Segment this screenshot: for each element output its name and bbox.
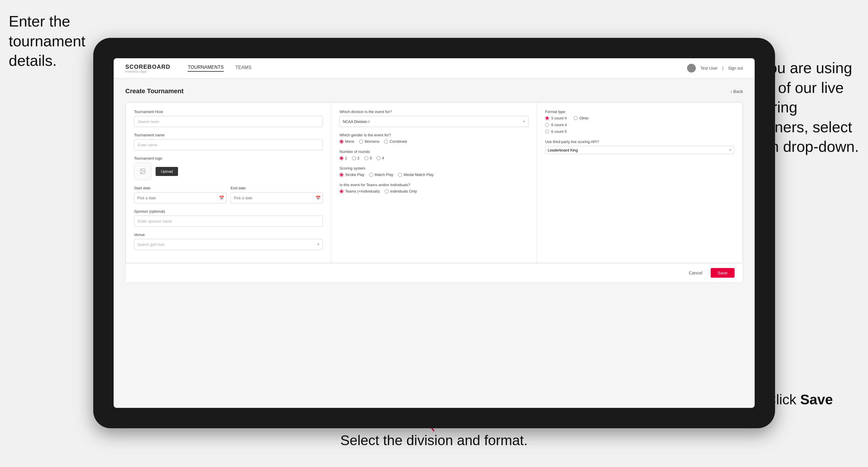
event-teams-radio[interactable] xyxy=(339,189,344,193)
tablet-device: SCOREBOARD Powered by clippit TOURNAMENT… xyxy=(93,38,775,428)
venue-select[interactable]: Search golf club xyxy=(134,239,323,250)
format-type-top-row: 5 count 4 6 count 4 6 count 5 xyxy=(545,116,734,134)
end-date-group: End date 📅 xyxy=(230,186,323,204)
gender-mens-label: Mens xyxy=(345,139,354,144)
nav-link-teams[interactable]: TEAMS xyxy=(236,65,251,71)
rounds-1-radio[interactable] xyxy=(339,156,344,160)
navbar: SCOREBOARD Powered by clippit TOURNAMENT… xyxy=(114,58,755,79)
nav-right: Test User | Sign out xyxy=(687,64,743,72)
scoring-stroke[interactable]: Stroke Play xyxy=(339,173,364,177)
scoring-match[interactable]: Match Play xyxy=(369,173,393,177)
live-scoring-clear-btn[interactable]: × xyxy=(729,148,732,153)
rounds-1[interactable]: 1 xyxy=(339,156,347,160)
scoring-stroke-radio[interactable] xyxy=(339,173,344,177)
live-scoring-value: Leaderboard King xyxy=(548,148,578,152)
format-type-group: Format type 5 count 4 6 count xyxy=(545,110,734,134)
live-scoring-chip[interactable]: Leaderboard King × xyxy=(545,146,734,154)
form-col-1: Tournament Host Tournament name Tourname… xyxy=(126,102,331,263)
start-date-input[interactable] xyxy=(134,192,226,204)
gender-mens[interactable]: Mens xyxy=(339,139,354,144)
rounds-4-radio[interactable] xyxy=(376,156,380,160)
logo-area: SCOREBOARD Powered by clippit xyxy=(125,63,170,73)
format-6count4-label: 6 count 4 xyxy=(551,123,567,127)
event-individuals[interactable]: Individuals Only xyxy=(384,189,417,193)
svg-point-9 xyxy=(141,170,142,171)
start-date-label: Start date xyxy=(134,186,226,190)
format-5count4-radio[interactable] xyxy=(545,116,549,120)
sponsor-input[interactable] xyxy=(134,216,323,227)
gender-mens-radio[interactable] xyxy=(339,139,344,144)
scoring-label: Scoring system xyxy=(339,166,528,170)
tournament-host-input[interactable] xyxy=(134,116,323,127)
format-6count4-radio[interactable] xyxy=(545,123,549,127)
rounds-group: Number of rounds 1 2 xyxy=(339,150,528,160)
scoring-medal-match-radio[interactable] xyxy=(398,173,402,177)
format-other[interactable]: Other xyxy=(574,116,589,120)
tournament-name-label: Tournament name xyxy=(134,133,323,137)
end-date-wrapper: 📅 xyxy=(230,192,323,204)
scoring-radio-group: Stroke Play Match Play Medal Match Play xyxy=(339,173,528,177)
back-link[interactable]: ‹ Back xyxy=(731,89,743,94)
gender-womens-radio[interactable] xyxy=(359,139,363,144)
format-5count4[interactable]: 5 count 4 xyxy=(545,116,567,120)
form-col-2: Which division is the event for? NCAA Di… xyxy=(331,102,537,263)
rounds-2-radio[interactable] xyxy=(352,156,356,160)
live-scoring-label: Use third-party live scoring API? xyxy=(545,139,734,144)
division-select[interactable]: NCAA Division I NCAA Division II NCAA Di… xyxy=(339,116,528,127)
gender-label: Which gender is the event for? xyxy=(339,133,528,137)
logo-upload-area: Upload xyxy=(134,162,323,180)
logo-text: SCOREBOARD xyxy=(125,63,170,70)
date-fields: Start date 📅 End date xyxy=(134,186,323,204)
form-columns: Tournament Host Tournament name Tourname… xyxy=(126,102,743,263)
format-6count5-radio[interactable] xyxy=(545,130,549,133)
scoring-medal-match[interactable]: Medal Match Play xyxy=(398,173,434,177)
format-type-label: Format type xyxy=(545,110,734,114)
tournament-name-input[interactable] xyxy=(134,139,323,150)
gender-womens[interactable]: Womens xyxy=(359,139,379,144)
gender-group: Which gender is the event for? Mens Wome… xyxy=(339,133,528,144)
format-6count4[interactable]: 6 count 4 xyxy=(545,123,567,127)
scoring-match-radio[interactable] xyxy=(369,173,373,177)
rounds-3-radio[interactable] xyxy=(364,156,368,160)
end-date-icon: 📅 xyxy=(315,195,320,200)
format-other-label: Other xyxy=(579,116,589,120)
venue-label: Venue xyxy=(134,232,323,237)
scoring-stroke-label: Stroke Play xyxy=(345,173,364,177)
venue-arrow-icon: ▼ xyxy=(316,242,320,246)
sign-out-link[interactable]: Sign out xyxy=(728,66,743,70)
rounds-2[interactable]: 2 xyxy=(352,156,360,160)
event-individuals-radio[interactable] xyxy=(384,189,389,193)
format-5count4-label: 5 count 4 xyxy=(551,116,567,120)
format-6count5[interactable]: 6 count 5 xyxy=(545,129,567,134)
end-date-label: End date xyxy=(230,186,323,190)
rounds-radio-group: 1 2 3 xyxy=(339,156,528,160)
end-date-input[interactable] xyxy=(230,192,323,204)
sponsor-label: Sponsor (optional) xyxy=(134,209,323,214)
start-date-icon: 📅 xyxy=(219,195,224,200)
nav-link-tournaments[interactable]: TOURNAMENTS xyxy=(188,65,223,72)
gender-combined-radio[interactable] xyxy=(384,139,388,144)
start-date-wrapper: 📅 xyxy=(134,192,226,204)
rounds-4[interactable]: 4 xyxy=(376,156,384,160)
rounds-3[interactable]: 3 xyxy=(364,156,372,160)
gender-combined[interactable]: Combined xyxy=(384,139,407,144)
scoring-group: Scoring system Stroke Play Match Play xyxy=(339,166,528,177)
tournament-logo-label: Tournament logo xyxy=(134,156,323,160)
save-button[interactable]: Save xyxy=(711,268,735,278)
main-content: Create Tournament ‹ Back Tournament Host… xyxy=(114,79,755,408)
logo-preview xyxy=(134,162,152,180)
event-type-group: Is this event for Teams and/or Individua… xyxy=(339,183,528,193)
upload-button[interactable]: Upload xyxy=(156,167,178,176)
other-option: Other xyxy=(574,116,589,134)
form-col-3: Format type 5 count 4 6 count xyxy=(537,102,742,263)
rounds-2-label: 2 xyxy=(358,156,360,160)
annotation-bottom-center: Select the division and format. xyxy=(340,432,528,449)
event-teams[interactable]: Teams (+Individuals) xyxy=(339,189,380,193)
division-label: Which division is the event for? xyxy=(339,110,528,114)
format-other-radio[interactable] xyxy=(574,116,578,120)
user-name: Test User xyxy=(701,66,718,70)
start-date-group: Start date 📅 xyxy=(134,186,226,204)
rounds-label: Number of rounds xyxy=(339,150,528,154)
cancel-button[interactable]: Cancel xyxy=(684,268,707,278)
dates-group: Start date 📅 End date xyxy=(134,186,323,204)
